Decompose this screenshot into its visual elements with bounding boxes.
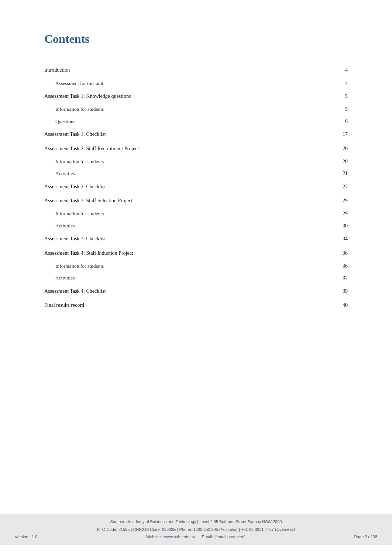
toc-row: Assessment Task 3: Checklist34 [44, 232, 348, 246]
footer-version: Version : 1.0 [15, 533, 37, 540]
toc-label-assessment-task-1-checklist: Assessment Task 1: Checklist [44, 130, 106, 138]
footer-page-number: Page 2 of 38 [354, 533, 377, 540]
toc-dots [135, 254, 341, 255]
footer-website-link[interactable]: www.sabt.edu.au [164, 535, 195, 539]
toc-dots [105, 267, 341, 268]
toc-page-number: 29 [343, 197, 348, 205]
toc-dots [105, 85, 344, 85]
toc-dots [105, 163, 341, 163]
toc-label-activities: Activities [55, 222, 75, 230]
footer-email-link[interactable]: [email protected] [215, 535, 245, 539]
toc-label-assessment-task-3-checklist: Assessment Task 3: Checklist [44, 235, 106, 243]
toc-row: Final results record40 [44, 298, 348, 312]
toc-row: Questions6 [44, 116, 348, 127]
toc-page-number: 40 [343, 301, 348, 309]
footer-bottom: Version : 1.0 Website: www.sabt.edu.au E… [7, 533, 385, 540]
toc-row: Information for students20 [44, 156, 348, 168]
toc-dots [71, 71, 344, 72]
toc-label-assessment-for-this-unit: Assessment for this unit [55, 79, 103, 87]
toc-label-information-for-students: Information for students [55, 158, 104, 166]
page-title: Contents [44, 30, 348, 48]
toc-row: Assessment Task 4: Checklist39 [44, 284, 348, 298]
toc-label-activities: Activities [55, 169, 75, 178]
footer-contact: Website: www.sabt.edu.au Email: [email p… [37, 533, 354, 540]
toc-page-number: 37 [343, 274, 348, 282]
toc-row: Activities21 [44, 168, 348, 179]
toc-dots [107, 292, 341, 293]
footer-line1: Southern Academy of Business and Technol… [7, 518, 385, 525]
toc-row: Assessment Task 1: Knowledge questions5 [44, 89, 348, 103]
footer: Southern Academy of Business and Technol… [0, 514, 392, 545]
toc-dots [140, 150, 341, 150]
toc-dots [86, 306, 341, 307]
toc-row: Assessment Task 3: Staff Selection Proje… [44, 194, 348, 208]
toc-row: Information for students29 [44, 208, 348, 220]
toc-page-number: 20 [343, 158, 348, 166]
toc-row: Activities37 [44, 272, 348, 284]
toc-page-number: 30 [343, 222, 348, 230]
toc-page-number: 21 [343, 169, 348, 178]
toc-dots [132, 97, 344, 98]
toc-row: Assessment Task 2: Checklist27 [44, 180, 348, 194]
toc-page-number: 29 [343, 210, 348, 218]
toc-dots [76, 279, 341, 279]
toc-page-number: 6 [345, 117, 348, 126]
toc-page-number: 17 [343, 130, 348, 138]
toc-row: Activities30 [44, 220, 348, 232]
toc-label-introduction: Introduction [44, 66, 70, 74]
toc-dots [107, 135, 341, 136]
toc-dots [76, 175, 341, 175]
toc-label-assessment-task-2-staff-recruitment-project: Assessment Task 2: Staff Recruitment Pro… [44, 145, 139, 153]
toc-page-number: 4 [345, 66, 348, 74]
toc-label-assessment-task-1-knowledge-questions: Assessment Task 1: Knowledge questions [44, 92, 131, 100]
toc-row: Information for students5 [44, 103, 348, 115]
toc-dots [107, 240, 341, 240]
toc-row: Assessment Task 1: Checklist17 [44, 127, 348, 141]
toc-label-assessment-task-2-checklist: Assessment Task 2: Checklist [44, 183, 106, 191]
toc-dots [134, 202, 341, 202]
toc-page-number: 5 [345, 105, 348, 113]
toc-row: Assessment Task 2: Staff Recruitment Pro… [44, 142, 348, 156]
toc-label-information-for-students: Information for students [55, 262, 104, 270]
toc-row: Assessment Task 4: Staff Induction Proje… [44, 246, 348, 260]
toc-dots [107, 188, 341, 188]
toc-row: Introduction4 [44, 63, 348, 77]
toc-page-number: 5 [345, 92, 348, 100]
toc-page-number: 39 [343, 287, 348, 295]
toc-page-number: 20 [343, 145, 348, 153]
toc-label-final-results-record: Final results record [44, 301, 84, 309]
table-of-contents: Introduction4Assessment for this unit4As… [44, 63, 348, 312]
toc-page-number: 36 [343, 249, 348, 257]
toc-label-assessment-task-4-checklist: Assessment Task 4: Checklist [44, 287, 106, 295]
toc-label-information-for-students: Information for students [55, 210, 104, 218]
toc-page-number: 27 [343, 183, 348, 191]
toc-dots [76, 227, 341, 227]
toc-page-number: 4 [345, 79, 348, 87]
page: Contents Introduction4Assessment for thi… [0, 0, 392, 556]
toc-label-information-for-students: Information for students [55, 105, 104, 113]
toc-dots [77, 123, 344, 123]
toc-page-number: 36 [343, 262, 348, 270]
toc-label-assessment-task-4-staff-induction-project: Assessment Task 4: Staff Induction Proje… [44, 249, 133, 257]
toc-label-activities: Activities [55, 274, 75, 282]
toc-label-assessment-task-3-staff-selection-project: Assessment Task 3: Staff Selection Proje… [44, 197, 133, 205]
toc-dots [105, 215, 341, 215]
toc-row: Assessment for this unit4 [44, 78, 348, 89]
toc-label-questions: Questions [55, 117, 75, 126]
toc-row: Information for students36 [44, 260, 348, 272]
toc-page-number: 34 [343, 235, 348, 243]
toc-dots [105, 110, 344, 111]
footer-line2: RTO Code: 31595 | CRICOS Code: 03602E | … [7, 526, 385, 533]
